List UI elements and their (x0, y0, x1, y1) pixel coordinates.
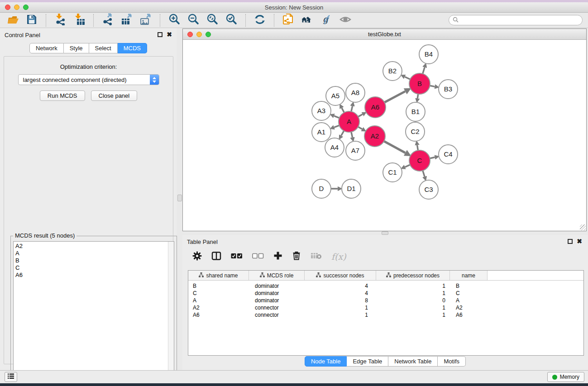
tab-style[interactable]: Style (64, 43, 89, 53)
table-cell[interactable]: C (450, 290, 488, 296)
table-cell[interactable]: B (188, 283, 249, 289)
table-cell[interactable]: A (188, 297, 249, 304)
graph-edge-B-B4[interactable] (423, 67, 425, 74)
close-panel-icon[interactable]: ✖ (167, 31, 172, 38)
tab-network[interactable]: Network (29, 43, 64, 53)
table-cell[interactable]: 1 (305, 305, 376, 311)
table-cell[interactable]: A2 (188, 305, 249, 311)
import-network-button[interactable] (53, 14, 67, 27)
vertical-divider-handle[interactable] (177, 195, 182, 201)
export-table-button[interactable] (120, 14, 134, 27)
table-mode-button[interactable] (211, 251, 221, 262)
zoom-out-button[interactable] (186, 14, 201, 27)
hide-graphics-details-button[interactable]: g (319, 14, 334, 27)
table-row[interactable]: Adominator80A (188, 297, 583, 304)
tab-edge-table[interactable]: Edge Table (347, 356, 388, 367)
table-cell[interactable]: A (450, 297, 488, 304)
table-cell[interactable]: 4 (305, 283, 376, 289)
graph-edge-B-B2[interactable] (405, 77, 410, 80)
graph-edge-A-A2[interactable] (358, 127, 362, 129)
table-row[interactable]: Bdominator41B (188, 282, 583, 290)
table-cell[interactable]: A6 (450, 312, 488, 318)
column-header-predecessor-nodes[interactable]: predecessor nodes (376, 271, 450, 280)
table-cell[interactable]: 1 (376, 290, 450, 296)
toggle-bird-view-button[interactable] (338, 14, 353, 27)
import-table-button[interactable] (72, 14, 86, 27)
table-row[interactable]: Cdominator41C (188, 290, 583, 297)
table-cell[interactable]: dominator (249, 290, 305, 296)
show-panels-button[interactable] (5, 372, 17, 382)
memory-button[interactable]: Memory (547, 372, 584, 382)
open-cybrowser-button[interactable] (300, 14, 315, 27)
close-panel-button[interactable]: Close panel (91, 91, 138, 101)
export-network-button[interactable] (100, 14, 115, 27)
list-item[interactable]: A6 (14, 272, 174, 279)
deselect-all-button[interactable] (252, 253, 264, 261)
graph-edge-C-C4[interactable] (430, 157, 435, 158)
table-cell[interactable]: C (188, 290, 249, 296)
refresh-view-button[interactable] (253, 14, 267, 27)
window-resize-grip[interactable] (580, 224, 586, 230)
table-cell[interactable]: A6 (188, 312, 249, 318)
graph-edge-B-B3[interactable] (430, 86, 435, 86)
table-cell[interactable]: 1 (376, 283, 450, 289)
graph-edge-A2-C[interactable] (384, 141, 405, 153)
search-input[interactable] (461, 17, 578, 24)
table-cell[interactable]: dominator (249, 283, 305, 289)
tab-select[interactable]: Select (89, 43, 118, 53)
graph-edge-A-A1[interactable] (334, 125, 339, 127)
zoom-in-button[interactable] (167, 14, 182, 27)
tab-mcds[interactable]: MCDS (118, 43, 147, 53)
list-item[interactable]: C (14, 264, 174, 272)
result-scrollbar[interactable] (168, 242, 174, 386)
table-cell[interactable]: 4 (305, 290, 376, 296)
table-row[interactable]: A2connector11A2 (188, 304, 583, 311)
zoom-selected-button[interactable] (224, 14, 239, 27)
graph-edge-A-A3[interactable] (334, 116, 339, 118)
graph-edge-A-A5[interactable] (342, 108, 344, 113)
network-canvas[interactable]: B4B2BB3A8A5A6B1A3AC2A1A2A4A7C4CC1C3DD1 (183, 40, 586, 231)
graph-edge-C-C3[interactable] (423, 171, 425, 176)
tab-network-table[interactable]: Network Table (388, 356, 438, 367)
delete-columns-button[interactable] (292, 251, 301, 262)
tab-node-table[interactable]: Node Table (305, 356, 347, 367)
create-column-button[interactable] (273, 251, 282, 262)
delete-table-button[interactable] (311, 252, 322, 261)
graph-edge-A6-B[interactable] (384, 91, 405, 102)
graph-edge-A-A4[interactable] (341, 131, 344, 136)
float-panel-icon[interactable] (158, 32, 163, 37)
graph-edge-A-A8[interactable] (351, 106, 353, 111)
horizontal-divider-handle[interactable] (382, 231, 388, 235)
open-session-button[interactable] (5, 14, 20, 27)
float-table-panel-icon[interactable] (568, 239, 573, 244)
table-cell[interactable]: 1 (376, 305, 450, 311)
criterion-select[interactable]: largest connected component (directed) (18, 74, 159, 85)
zoom-fit-button[interactable] (205, 14, 220, 27)
export-image-button[interactable] (139, 14, 153, 27)
table-cell[interactable]: B (450, 283, 488, 289)
column-settings-button[interactable] (192, 251, 202, 262)
run-mcds-button[interactable]: Run MCDS (40, 91, 85, 101)
column-header-successor-nodes[interactable]: successor nodes (305, 271, 376, 280)
function-builder-button[interactable]: f(x) (331, 252, 346, 262)
table-cell[interactable]: A2 (450, 305, 488, 311)
table-cell[interactable]: connector (249, 305, 305, 311)
select-stepper-icon[interactable] (150, 75, 159, 85)
table-cell[interactable]: 0 (376, 297, 450, 304)
column-header-shared-name[interactable]: shared name (188, 271, 249, 280)
table-cell[interactable]: 8 (305, 297, 376, 304)
table-cell[interactable]: dominator (249, 297, 305, 304)
close-table-panel-icon[interactable]: ✖ (577, 238, 582, 245)
table-cell[interactable]: 1 (376, 312, 450, 318)
graph-edge-A-A7[interactable] (351, 132, 353, 137)
list-item[interactable]: A (14, 250, 174, 257)
table-cell[interactable]: 1 (305, 312, 376, 318)
tab-motifs[interactable]: Motifs (438, 356, 466, 367)
graph-edge-C-C2[interactable] (417, 145, 418, 151)
table-cell[interactable]: connector (249, 312, 305, 318)
clone-network-button[interactable] (281, 14, 296, 27)
select-all-button[interactable] (231, 253, 243, 261)
column-header-mcds-role[interactable]: MCDS role (249, 271, 305, 280)
list-item[interactable]: A2 (14, 242, 174, 250)
graph-edge-A-A6[interactable] (358, 114, 363, 117)
